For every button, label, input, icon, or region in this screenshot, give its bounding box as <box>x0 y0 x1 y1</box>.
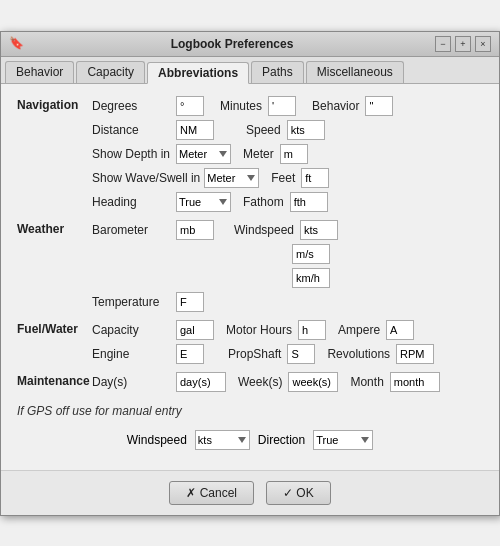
minimize-button[interactable]: − <box>435 36 451 52</box>
fuel-water-body: Capacity Motor Hours Ampere Engine PropS… <box>92 320 483 368</box>
depth-meter-input[interactable] <box>280 144 308 164</box>
propshaft-input[interactable] <box>287 344 315 364</box>
direction-label: Direction <box>258 433 305 447</box>
weather-label: Weather <box>17 220 92 316</box>
distance-label: Distance <box>92 123 172 137</box>
show-depth-label: Show Depth in <box>92 147 172 161</box>
tab-behavior[interactable]: Behavior <box>5 61 74 83</box>
propshaft-label: PropShaft <box>228 347 281 361</box>
speed-label: Speed <box>246 123 281 137</box>
tab-paths[interactable]: Paths <box>251 61 304 83</box>
maintenance-label: Maintenance <box>17 372 92 396</box>
windspeed-kts-input[interactable] <box>300 220 338 240</box>
distance-row: Distance Speed <box>92 120 483 140</box>
barometer-label: Barometer <box>92 223 172 237</box>
temperature-label: Temperature <box>92 295 172 309</box>
days-label: Day(s) <box>92 375 172 389</box>
engine-label: Engine <box>92 347 172 361</box>
degrees-row: Degrees Minutes Behavior <box>92 96 483 116</box>
cancel-button[interactable]: ✗ Cancel <box>169 481 254 505</box>
tab-abbreviations[interactable]: Abbreviations <box>147 62 249 84</box>
distance-input[interactable] <box>176 120 214 140</box>
barometer-row: Barometer Windspeed <box>92 220 483 240</box>
heading-select[interactable]: TrueMagnetic <box>176 192 231 212</box>
seconds-input[interactable] <box>365 96 393 116</box>
minutes-label: Minutes <box>220 99 262 113</box>
weeks-input[interactable] <box>288 372 338 392</box>
fathom-label: Fathom <box>243 195 284 209</box>
windspeed-ms-input[interactable] <box>292 244 330 264</box>
days-input[interactable] <box>176 372 226 392</box>
seconds-label: Behavior <box>312 99 359 113</box>
close-button[interactable]: × <box>475 36 491 52</box>
motor-hours-label: Motor Hours <box>226 323 292 337</box>
month-label: Month <box>350 375 383 389</box>
capacity-row: Capacity Motor Hours Ampere <box>92 320 483 340</box>
direction-select[interactable]: TrueMagnetic <box>313 430 373 450</box>
temperature-row: Temperature <box>92 292 483 312</box>
barometer-input[interactable] <box>176 220 214 240</box>
fathom-input[interactable] <box>290 192 328 212</box>
depth-meter-label: Meter <box>243 147 274 161</box>
navigation-section: Navigation Degrees Minutes Behavior Dist… <box>17 96 483 216</box>
ampere-input[interactable] <box>386 320 414 340</box>
engine-row: Engine PropShaft Revolutions <box>92 344 483 364</box>
feet-input[interactable] <box>301 168 329 188</box>
wave-row: Show Wave/Swell in MeterFeet Feet <box>92 168 483 188</box>
tab-miscellaneous[interactable]: Miscellaneous <box>306 61 404 83</box>
weeks-label: Week(s) <box>238 375 282 389</box>
depth-row: Show Depth in MeterFeetFathom Meter <box>92 144 483 164</box>
motor-hours-input[interactable] <box>298 320 326 340</box>
window-title: Logbook Preferences <box>29 37 435 51</box>
days-row: Day(s) Week(s) Month <box>92 372 483 392</box>
footer: ✗ Cancel ✓ OK <box>1 470 499 515</box>
tab-content: Navigation Degrees Minutes Behavior Dist… <box>1 84 499 470</box>
degrees-label: Degrees <box>92 99 172 113</box>
windspeed-direction-row: Windspeed ktsm/skm/h Direction TrueMagne… <box>17 422 483 458</box>
temperature-input[interactable] <box>176 292 204 312</box>
app-icon: 🔖 <box>9 36 25 52</box>
revolutions-input[interactable] <box>396 344 434 364</box>
show-wave-label: Show Wave/Swell in <box>92 171 200 185</box>
logbook-preferences-window: 🔖 Logbook Preferences − + × Behavior Cap… <box>0 31 500 516</box>
maintenance-body: Day(s) Week(s) Month <box>92 372 483 396</box>
tab-capacity[interactable]: Capacity <box>76 61 145 83</box>
fuel-water-section: Fuel/Water Capacity Motor Hours Ampere E… <box>17 320 483 368</box>
windspeed-label: Windspeed <box>234 223 294 237</box>
titlebar: 🔖 Logbook Preferences − + × <box>1 32 499 57</box>
month-input[interactable] <box>390 372 440 392</box>
maintenance-section: Maintenance Day(s) Week(s) Month <box>17 372 483 396</box>
windspeed-direction-select[interactable]: ktsm/skm/h <box>195 430 250 450</box>
speed-input[interactable] <box>287 120 325 140</box>
capacity-label: Capacity <box>92 323 172 337</box>
weather-body: Barometer Windspeed Temperature <box>92 220 483 316</box>
feet-label: Feet <box>271 171 295 185</box>
window-controls: − + × <box>435 36 491 52</box>
heading-label: Heading <box>92 195 172 209</box>
fuel-water-label: Fuel/Water <box>17 320 92 368</box>
depth-select[interactable]: MeterFeetFathom <box>176 144 231 164</box>
weather-section: Weather Barometer Windspeed <box>17 220 483 316</box>
gps-note: If GPS off use for manual entry <box>17 400 483 422</box>
navigation-label: Navigation <box>17 96 92 216</box>
wave-select[interactable]: MeterFeet <box>204 168 259 188</box>
capacity-input[interactable] <box>176 320 214 340</box>
ms-row <box>92 244 483 264</box>
heading-row: Heading TrueMagnetic Fathom <box>92 192 483 212</box>
revolutions-label: Revolutions <box>327 347 390 361</box>
maximize-button[interactable]: + <box>455 36 471 52</box>
degrees-input[interactable] <box>176 96 204 116</box>
engine-input[interactable] <box>176 344 204 364</box>
windspeed-kmh-input[interactable] <box>292 268 330 288</box>
tab-bar: Behavior Capacity Abbreviations Paths Mi… <box>1 57 499 84</box>
kmh-row <box>92 268 483 288</box>
windspeed-direction-label: Windspeed <box>127 433 187 447</box>
navigation-body: Degrees Minutes Behavior Distance Speed <box>92 96 483 216</box>
minutes-input[interactable] <box>268 96 296 116</box>
ampere-label: Ampere <box>338 323 380 337</box>
ok-button[interactable]: ✓ OK <box>266 481 331 505</box>
